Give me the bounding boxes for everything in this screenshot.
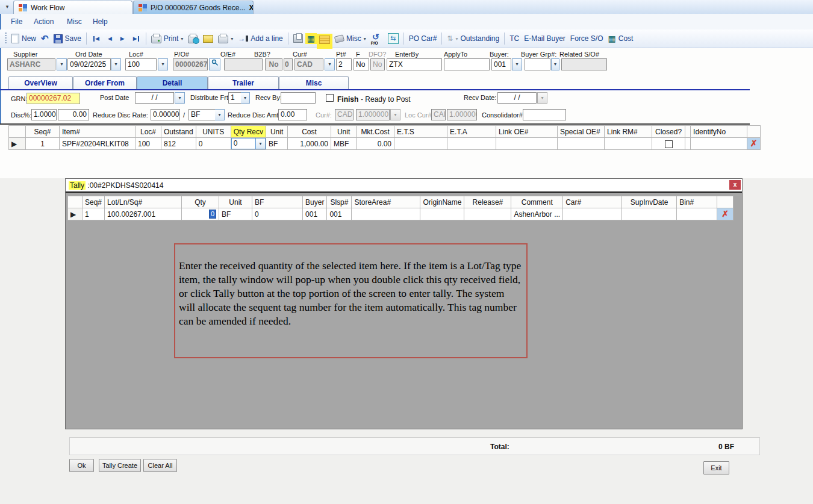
tab-overview[interactable]: OverView [8,76,73,89]
fax-dropdown-icon[interactable]: ▾ [231,36,233,42]
finish-checkbox[interactable] [326,94,334,102]
cell-closed[interactable] [652,138,685,150]
save-button[interactable]: Save [51,33,84,45]
supplier-dropdown-icon[interactable]: ▾ [57,58,67,70]
consolidator-field[interactable] [523,109,566,120]
reduce-rate-unit-field[interactable]: BF [188,109,216,120]
pt-field[interactable]: 2 [336,58,352,70]
apply-to-field[interactable] [444,58,490,70]
doc-print-button[interactable] [291,33,305,44]
cell-slsp[interactable]: 001 [327,208,352,220]
buyer-dropdown-icon[interactable]: ▾ [512,58,522,70]
new-button[interactable]: New [9,33,39,45]
cell-ets[interactable] [394,138,447,150]
buyer-grp-field[interactable] [525,58,550,70]
fax-print-button[interactable]: ▾ [216,33,235,45]
cell-qty-recv[interactable]: 0▾ [231,138,266,150]
cell-buyer[interactable]: 001 [303,208,327,220]
reduce-disc-rate-field[interactable]: 0.000000 [151,109,180,120]
cell-identify-no[interactable] [691,138,747,150]
tally-close-button[interactable]: x [729,180,741,190]
cell-qty[interactable]: 0 [182,208,219,220]
post-date-dropdown-icon[interactable]: ▾ [175,92,185,104]
cell-car[interactable] [563,208,622,220]
undo-button[interactable]: ↶ [39,33,51,44]
nav-next-button[interactable]: ▶ [116,35,129,42]
tab-misc[interactable]: Misc [279,76,349,89]
delete-row-icon[interactable]: ✗ [750,138,758,148]
post-date-field[interactable]: / / [135,92,174,104]
recv-date-dropdown-icon[interactable]: ▾ [537,92,547,104]
add-a-line-button[interactable]: →Add a line [235,33,285,44]
menu-help[interactable]: Help [90,16,110,27]
clear-all-button[interactable]: Clear All [143,459,177,472]
ord-date-field[interactable]: 09/02/2025 [67,58,111,70]
cur-dropdown-icon[interactable]: ▾ [325,58,335,70]
tab-detail[interactable]: Detail [137,76,208,89]
cell-lot[interactable]: 100.00267.001 [105,208,182,220]
buyer-field[interactable]: 001 [491,58,511,70]
cell-link-rm[interactable] [605,138,652,150]
menu-file[interactable]: File [8,16,25,27]
tab-order-from[interactable]: Order From [73,76,137,89]
oe-field[interactable] [224,58,263,70]
cell-special-oe[interactable] [558,138,605,150]
cur-rate-dropdown-icon[interactable]: ▾ [390,109,400,120]
misc-dropdown-icon[interactable]: ▾ [364,36,366,42]
cell-bin[interactable] [677,208,717,220]
supplier-field[interactable]: ASHARC [7,58,55,70]
qty-recv-dropdown-icon[interactable]: ▾ [256,138,266,149]
f-field[interactable]: No [354,58,369,70]
outstanding-refresh-button[interactable]: ⇅▾Outstanding [444,33,502,44]
email-button[interactable] [201,34,216,44]
cell-eta[interactable] [447,138,496,150]
outstanding-dropdown-icon[interactable]: ▾ [455,36,458,42]
po-field[interactable]: 00000267 [173,58,208,70]
grn-field[interactable]: 00000267.02 [26,93,80,104]
tab-work-flow[interactable]: Work Flow [13,1,132,14]
tally-stack-button[interactable] [317,34,332,49]
tally-calculator-button[interactable]: ▦ [305,33,317,44]
cell-link-oe[interactable] [496,138,558,150]
cost-button[interactable]: ▦Cost [606,33,636,45]
disc-field[interactable]: 1.0000 [31,109,57,120]
cell-unit[interactable]: BF [266,138,288,150]
cell-release[interactable] [464,208,511,220]
cell-mkt-cost[interactable]: 0.00 [357,138,394,150]
close-tab-icon[interactable]: X [249,4,254,12]
disc-field-2[interactable]: 0.00 [58,109,89,120]
delete-row-icon[interactable]: ✗ [721,209,729,219]
force-so-button[interactable]: Force S/O [568,33,606,44]
cell-units[interactable]: 0 [196,138,231,150]
tab-trailer[interactable]: Trailer [208,76,279,89]
cur-field[interactable]: CAD [294,58,323,70]
menu-misc[interactable]: Misc [64,16,84,27]
cell-cost[interactable]: 1,000.00 [288,138,331,150]
cell-delete[interactable]: ✗ [747,138,761,150]
distribute-frt-dropdown-icon[interactable]: ▾ [241,92,250,104]
print-preview-button[interactable] [185,33,201,45]
exit-button[interactable]: Exit [703,461,729,474]
qty-recv-value[interactable]: 0 [231,138,256,149]
tally-create-button[interactable]: Tally Create [99,459,141,472]
nav-prev-button[interactable]: ◀ [104,35,116,42]
nav-first-button[interactable]: ◀ [89,35,104,42]
tab-list-dropdown-icon[interactable]: ▾ [2,2,12,11]
cell-store-area[interactable] [352,208,420,220]
nav-last-button[interactable]: ▶ [129,35,143,42]
distribute-frt-field[interactable]: 1 [228,92,241,104]
cell-unit[interactable]: BF [219,208,252,220]
cell-seq[interactable]: 1 [83,208,105,220]
po-car-button[interactable]: PO Car# [406,33,440,44]
closed-checkbox[interactable] [665,140,673,148]
recv-by-field[interactable] [281,92,316,104]
email-buyer-button[interactable]: E-Mail Buyer [522,33,568,44]
ord-date-dropdown-icon[interactable]: ▾ [111,58,121,70]
misc-button[interactable]: Misc▾ [332,33,369,44]
buyer-grp-dropdown-icon[interactable]: ▾ [551,58,559,70]
loc-field[interactable]: 100 [125,58,157,70]
loc-dropdown-icon[interactable]: ▾ [158,58,168,70]
po-search-button[interactable] [209,58,220,70]
cell-comment[interactable]: AshenArbor ... [511,208,563,220]
tc-button[interactable]: TC [507,33,522,44]
